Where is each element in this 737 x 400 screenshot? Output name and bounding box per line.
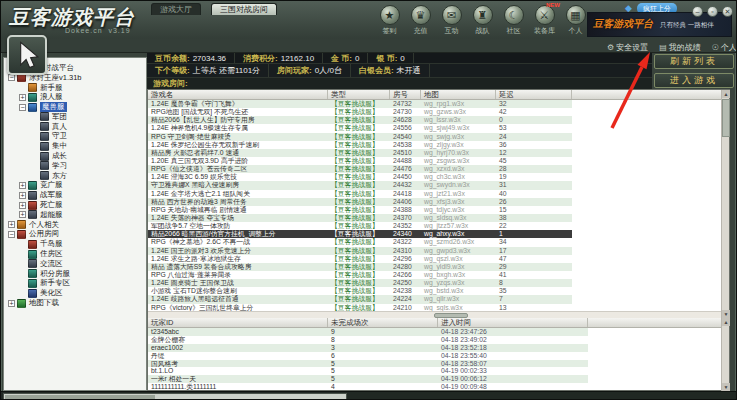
toolbar-item[interactable]: ♜ 战队: [470, 5, 495, 36]
tree-item[interactable]: + 地图下载: [4, 298, 146, 308]
tree-item[interactable]: 美化区: [4, 288, 146, 298]
column-header[interactable]: 房号: [390, 90, 421, 99]
game-row[interactable]: 精品2066【乱世人生】防守专用房 【豆客挑战服】 24628 wg_lssr.…: [148, 116, 572, 124]
scroll-down-icon[interactable]: ▼: [722, 383, 730, 391]
column-header[interactable]: 类型: [328, 90, 390, 99]
game-row[interactable]: 1.24E 魔兽争霸《守门飞舞》 【豆客挑战服】 24732 wg_rpg1.w…: [148, 100, 572, 108]
vertical-scrollbar-thumb[interactable]: [722, 99, 730, 137]
player-row[interactable]: 金牌公棚赛 8 04-18 23:49:02: [148, 336, 588, 344]
window-control-button[interactable]: ▫: [707, 6, 718, 17]
column-header[interactable]: 游戏名: [148, 90, 328, 99]
tree-item[interactable]: + 浪人服: [4, 92, 146, 102]
tree-expander-icon[interactable]: +: [19, 182, 26, 189]
player-row[interactable]: 1111111111.类1111111 4 04-19 00:09:48: [148, 383, 588, 391]
toolbar-item[interactable]: ☾ 社区: [501, 5, 526, 36]
game-row[interactable]: 小游戏 宝石TD迷你整合速刷 【豆客挑战服】 24238 wg_bstd.w3x…: [148, 287, 572, 295]
scroll-up-icon[interactable]: ▲: [722, 318, 730, 326]
toolbar-item[interactable]: ▦ 个人: [563, 5, 588, 36]
game-row[interactable]: RPG地图 [国战无双] 不死鸟生还 【豆客挑战服】 24730 wg_gzws…: [148, 108, 572, 116]
scroll-down-icon[interactable]: ▼: [722, 310, 730, 318]
game-row[interactable]: RPG 守卫剑阁·绝世麻辣烫 【豆客挑战服】 24540 wg_swjg.w3x…: [148, 133, 572, 141]
game-row[interactable]: 1.24E 求生之路·寒冰地狱生存 【豆客挑战服】 24296 wg_qszl.…: [148, 255, 572, 263]
game-row[interactable]: RPG《仙之侠道》苍云传奇二区 【豆客挑战服】 24476 wg_xzxd.w3…: [148, 165, 572, 173]
tree-item[interactable]: 住房区: [4, 249, 146, 259]
tree-item[interactable]: 交流区: [4, 259, 146, 269]
tree-item[interactable]: 千岛服: [4, 239, 146, 249]
tree-item[interactable]: + 竞广服: [4, 181, 146, 191]
game-row[interactable]: 1.24E 神界危机4.9极速生存专属 【豆客挑战服】 24556 wg_sjw…: [148, 124, 572, 132]
game-row[interactable]: 1.24E 歧路旅人黑暗远征首通 【豆客挑战服】 24224 wg_qllr.w…: [148, 295, 572, 303]
game-row[interactable]: 精品房 火影忍者羁绊7.0 速通 【豆客挑战服】 24510 wg_hyrj70…: [148, 149, 572, 157]
tree-item[interactable]: + 个人相关: [4, 220, 146, 230]
refresh-list-button[interactable]: 刷新列表: [654, 54, 734, 69]
tree-item[interactable]: 军团: [4, 112, 146, 122]
bottom-scrollbar-thumb[interactable]: [5, 395, 155, 399]
tree-expander-icon[interactable]: +: [8, 221, 15, 228]
tab-current-room[interactable]: 三国对战房间: [211, 3, 277, 15]
horizontal-scrollbar[interactable]: [148, 311, 722, 318]
tree-expander-icon[interactable]: −: [8, 231, 15, 238]
tree-item[interactable]: 东方: [4, 171, 146, 181]
tree-item[interactable]: 守卫: [4, 132, 146, 142]
column-header[interactable]: 延迟: [496, 90, 572, 99]
platform-tile[interactable]: [7, 35, 47, 75]
game-row[interactable]: 精品2066 暗黑西游/仿官方挂机_调整上分 【豆客挑战服】 24340 wg_…: [148, 230, 572, 238]
column-header[interactable]: 地图: [421, 90, 496, 99]
scroll-up-icon[interactable]: ▲: [722, 90, 730, 98]
tree-item[interactable]: − 公用房间: [4, 230, 146, 240]
game-row[interactable]: 1.24E 圆桌骑士 王国保卫战 【豆客挑战服】 24250 wg_yzqs.w…: [148, 279, 572, 287]
game-row[interactable]: RPG 八仙过海·蓬莱异闻录 【豆客挑战服】 24266 wg_bxgh.w3x…: [148, 271, 572, 279]
game-row[interactable]: 精品 西方世界的劫难3 周常任务 【豆客挑战服】 24406 wg_xfsj3.…: [148, 198, 572, 206]
column-header[interactable]: 进入时间: [438, 318, 588, 327]
tree-item[interactable]: − 魔兽服: [4, 102, 146, 112]
window-control-button[interactable]: –: [692, 6, 703, 17]
game-row[interactable]: 1.24E 侏罗纪公园生存无双新手速刷 【豆客挑战服】 24538 wg_zlj…: [148, 141, 572, 149]
quick-link[interactable]: ⚙ 安全设置: [607, 42, 648, 53]
toolbar-item[interactable]: ★ 签到: [377, 5, 402, 36]
quick-link[interactable]: ▤ 我的战绩: [659, 42, 701, 53]
tree-expander-icon[interactable]: +: [19, 211, 26, 218]
game-row[interactable]: 1.24E 国王的派对3 欢乐竞速上分 【豆客挑战服】 24310 wg_gwp…: [148, 247, 572, 255]
tree-expander-icon[interactable]: +: [8, 300, 15, 307]
player-row[interactable]: bt.1.LO 5 04-19 00:02:33: [148, 367, 588, 375]
tree-expander-icon[interactable]: −: [19, 104, 26, 111]
game-row[interactable]: 1.20E 真三国无双3.9D 高手进阶 【豆客挑战服】 24488 wg_zs…: [148, 157, 572, 165]
tree-item[interactable]: 学习: [4, 161, 146, 171]
tree-expander-icon[interactable]: +: [19, 94, 26, 101]
tree-item[interactable]: + 战军服: [4, 190, 146, 200]
enter-game-button[interactable]: 进入游戏: [654, 73, 734, 88]
tree-item[interactable]: + 超能服: [4, 210, 146, 220]
tree-expander-icon[interactable]: +: [19, 192, 26, 199]
game-row[interactable]: 1.24E 金字塔大逃亡2.1 组队闯关 【豆客挑战服】 24418 wg_jz…: [148, 190, 572, 198]
window-control-button[interactable]: ✕: [722, 6, 733, 17]
game-row[interactable]: RPG 天地劫·幽城再临 剧情速通 【豆客挑战服】 24388 wg_tdjyc…: [148, 206, 572, 214]
bottom-scrollbar[interactable]: [3, 393, 347, 400]
tree-item[interactable]: 成长: [4, 151, 146, 161]
vertical-scrollbar[interactable]: ▲ ▼: [721, 90, 729, 318]
game-row[interactable]: 精品 遗落大陆S9 装备合成攻略房 【豆客挑战服】 24280 wg_yldl9…: [148, 263, 572, 271]
toolbar-item[interactable]: ♛ 充值: [408, 5, 433, 36]
game-row[interactable]: RPG《神之墓地》2.6C 不再一战 【豆客挑战服】 24322 wg_szmd…: [148, 238, 572, 246]
tree-item[interactable]: 积分房服: [4, 269, 146, 279]
player-row[interactable]: 一米r 相处一天 5 04-19 00:06:12: [148, 375, 588, 383]
player-row[interactable]: 丹缇 6 04-18 23:55:40: [148, 352, 588, 360]
player-row[interactable]: 国风格考 5 04-18 23:58:07: [148, 360, 588, 368]
game-row[interactable]: 守卫雅典娜X 黑暗入侵速刷房 【豆客挑战服】 24432 wg_swydn.w3…: [148, 181, 572, 189]
quick-link[interactable]: ☉ 个人中心: [712, 42, 737, 53]
tree-item[interactable]: + 死亡服: [4, 200, 146, 210]
game-row[interactable]: 1.24E 澄海3C 6.59 娱乐竞技 【豆客挑战服】 24450 wg_ch…: [148, 173, 572, 181]
tree-expander-icon[interactable]: +: [19, 202, 26, 209]
game-row[interactable]: 军团战争5.7 空地一体攻防 【豆客挑战服】 24352 wg_jtzz57.w…: [148, 222, 572, 230]
tree-item[interactable]: 真人: [4, 122, 146, 132]
tree-item[interactable]: 新手专区: [4, 279, 146, 289]
player-vertical-scrollbar[interactable]: ▲ ▼: [721, 318, 729, 391]
toolbar-item[interactable]: ✉ 互动: [439, 5, 464, 36]
tree-item[interactable]: 集中: [4, 141, 146, 151]
column-header[interactable]: 玩家ID: [148, 318, 328, 327]
tab-game-hall[interactable]: 游戏大厅: [151, 3, 201, 15]
player-row[interactable]: t2345abc 9 04-18 23:47:26: [148, 328, 588, 336]
tree-item[interactable]: 新手服: [4, 83, 146, 93]
column-header[interactable]: 未完成场次: [328, 318, 438, 327]
game-row[interactable]: 1.24E 失落的神器 夺宝专场 【豆客挑战服】 24370 wg_sldsq.…: [148, 214, 572, 222]
toolbar-item[interactable]: ⚔ 装备库 NEW: [532, 5, 557, 36]
